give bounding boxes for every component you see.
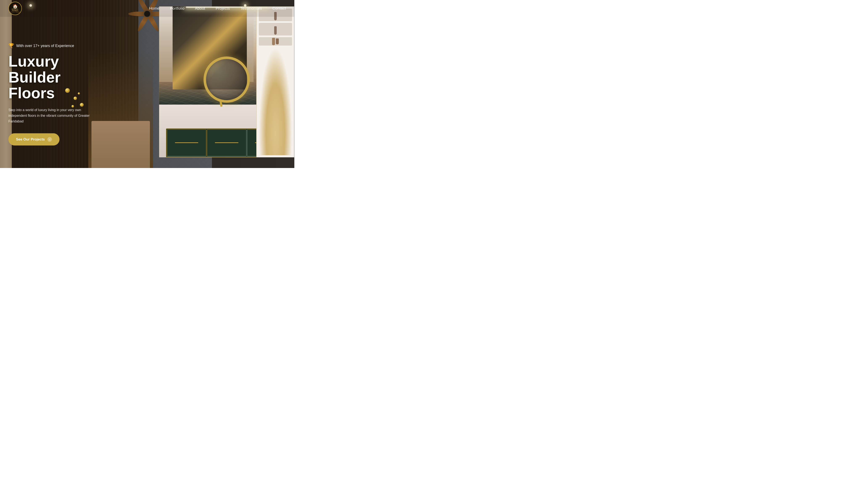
nav-link-projects[interactable]: Projects — [216, 6, 230, 11]
logo-circle: 🏠 Bindal Homes Interior Design — [8, 2, 22, 15]
nav-link-testimonials[interactable]: Testimonials — [240, 6, 262, 11]
nav-item-about[interactable]: About — [195, 6, 205, 11]
nav-item-testimonials[interactable]: Testimonials — [240, 6, 262, 11]
nav-links: Home Portfolio About Projects Testimonia… — [149, 6, 286, 11]
nav-item-contact[interactable]: Contact — [273, 6, 286, 11]
cta-label: See Our Projects — [16, 137, 45, 142]
hero-title-line1: Luxury Builder — [8, 53, 61, 86]
cabinet-door-1 — [167, 129, 206, 156]
cabinet-door-2 — [207, 129, 246, 156]
nav-item-portfolio[interactable]: Portfolio — [170, 6, 185, 11]
hero-title: Luxury Builder Floors — [8, 54, 114, 101]
hero-section: 🏠 Bindal Homes Interior Design Home Port… — [0, 0, 294, 168]
dried-plant — [259, 47, 292, 155]
nav-link-contact[interactable]: Contact — [273, 6, 286, 11]
logo-tagline: Interior Design — [10, 11, 20, 13]
cta-arrow-icon: › — [47, 137, 52, 142]
nav-item-home[interactable]: Home — [149, 6, 159, 11]
experience-text: With over 17+ years of Experience — [16, 43, 74, 48]
experience-badge: 🏆 With over 17+ years of Experience — [8, 43, 114, 49]
trophy-icon: 🏆 — [8, 43, 14, 49]
nav-link-home[interactable]: Home — [149, 6, 159, 11]
shelf-item-3 — [259, 37, 292, 46]
hero-subtitle: Step into a world of luxury living in yo… — [8, 107, 99, 124]
round-mirror — [204, 56, 250, 103]
nav-link-about[interactable]: About — [195, 6, 205, 11]
logo: 🏠 Bindal Homes Interior Design — [8, 2, 22, 15]
logo-icon: 🏠 — [13, 4, 18, 8]
cta-button[interactable]: See Our Projects › — [8, 133, 59, 146]
logo-brand-name: Bindal Homes — [9, 8, 21, 11]
nav-item-projects[interactable]: Projects — [216, 6, 230, 11]
navbar: 🏠 Bindal Homes Interior Design Home Port… — [0, 0, 294, 17]
nav-link-portfolio[interactable]: Portfolio — [170, 6, 185, 11]
bathroom-shelf — [256, 6, 294, 157]
bathroom-panel — [159, 6, 294, 158]
hero-content: 🏆 With over 17+ years of Experience Luxu… — [8, 43, 114, 146]
shelf-item-2 — [259, 23, 292, 35]
hero-title-line2: Floors — [8, 85, 55, 102]
